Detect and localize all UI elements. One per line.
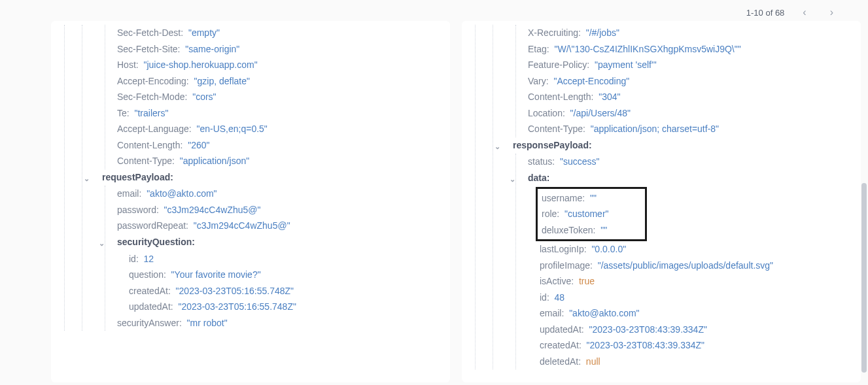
sq-row: createdAt: "2023-03-23T05:16:55.748Z"	[129, 283, 442, 299]
pagination-bar: 1-10 of 68 ‹ ›	[746, 7, 839, 18]
chevron-down-icon[interactable]: ⌄	[495, 140, 500, 153]
content-columns: Sec-Fetch-Dest: "empty" Sec-Fetch-Site: …	[0, 21, 868, 382]
header-row: Location: "/api/Users/48"	[528, 105, 853, 122]
data-row: username: ""	[542, 190, 641, 207]
response-panel: X-Recruiting: "/#/jobs" Etag: "W/\"130-C…	[462, 21, 861, 382]
header-row: Content-Length: "304"	[528, 89, 853, 105]
status-row: status: "success"	[528, 154, 853, 170]
header-row: Sec-Fetch-Dest: "empty"	[117, 25, 442, 41]
header-row: Sec-Fetch-Site: "same-origin"	[117, 41, 442, 58]
data-row: profileImage: "/assets/public/images/upl…	[540, 258, 853, 274]
header-row: Host: "juice-shop.herokuapp.com"	[117, 57, 442, 73]
data-row: role: "customer"	[542, 206, 641, 222]
header-row: Etag: "W/\"130-CsZ4IZhlIKnSGXhgpKmsv5wiJ…	[528, 41, 853, 58]
data-row: deletedAt: null	[540, 354, 853, 370]
data-label: ⌄ data:	[528, 170, 853, 187]
chevron-down-icon[interactable]: ⌄	[99, 237, 105, 250]
sq-row: updatedAt: "2023-03-23T05:16:55.748Z"	[129, 299, 442, 315]
response-payload-label: ⌄ responsePayload:	[513, 137, 853, 154]
next-page-icon[interactable]: ›	[825, 7, 839, 18]
header-row: Sec-Fetch-Mode: "cors"	[117, 89, 442, 105]
payload-row: email: "akto@akto.com"	[117, 186, 442, 202]
payload-row: password: "c3Jm294cC4wZhu5@"	[117, 202, 442, 218]
chevron-down-icon[interactable]: ⌄	[510, 173, 515, 186]
data-row: isActive: true	[540, 273, 853, 290]
security-answer-row: securityAnswer: "mr robot"	[117, 315, 442, 331]
data-row: createdAt: "2023-03-23T08:43:39.334Z"	[540, 337, 853, 354]
pagination-range: 1-10 of 68	[746, 8, 785, 18]
header-row: Content-Length: "260"	[117, 137, 442, 154]
data-row: deluxeToken: ""	[542, 222, 641, 239]
header-row: Vary: "Accept-Encoding"	[528, 73, 853, 90]
data-row: updatedAt: "2023-03-23T08:43:39.334Z"	[540, 322, 853, 338]
sq-row: id: 12	[129, 251, 442, 267]
security-question-label: ⌄ securityQuestion:	[117, 234, 442, 251]
highlighted-fields: username: "" role: "customer" deluxeToke…	[536, 187, 647, 242]
header-row: Content-Type: "application/json"	[117, 153, 442, 169]
scrollbar[interactable]	[861, 183, 867, 373]
data-row: lastLoginIp: "0.0.0.0"	[540, 241, 853, 258]
header-row: Accept-Encoding: "gzip, deflate"	[117, 73, 442, 90]
request-payload-label: ⌄ requestPayload:	[102, 169, 442, 186]
header-row: Content-Type: "application/json; charset…	[528, 121, 853, 137]
data-row: id: 48	[540, 290, 853, 306]
header-row: Te: "trailers"	[117, 105, 442, 122]
chevron-down-icon[interactable]: ⌄	[84, 172, 90, 185]
header-row: Feature-Policy: "payment 'self'"	[528, 57, 853, 73]
header-row: X-Recruiting: "/#/jobs"	[528, 25, 853, 41]
data-row: email: "akto@akto.com"	[540, 305, 853, 322]
prev-page-icon[interactable]: ‹	[797, 7, 811, 18]
payload-row: passwordRepeat: "c3Jm294cC4wZhu5@"	[117, 218, 442, 234]
header-row: Accept-Language: "en-US,en;q=0.5"	[117, 121, 442, 137]
request-panel: Sec-Fetch-Dest: "empty" Sec-Fetch-Site: …	[51, 21, 450, 382]
sq-row: question: "Your favorite movie?"	[129, 267, 442, 283]
